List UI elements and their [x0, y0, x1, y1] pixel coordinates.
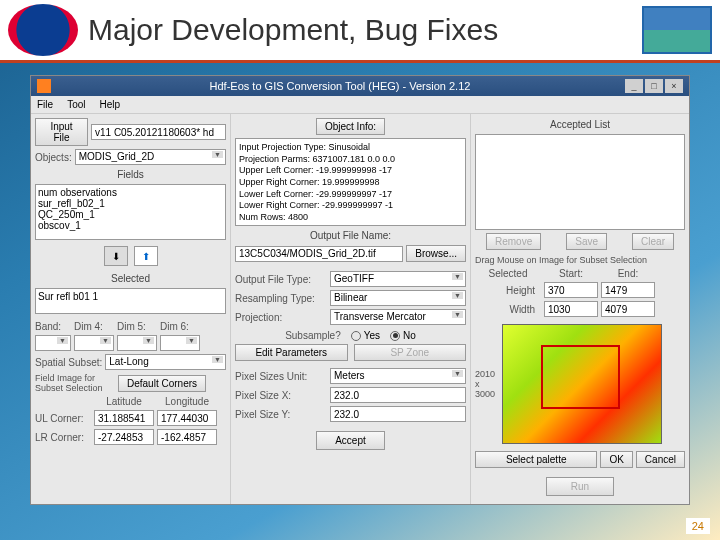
sp-zone-button: SP Zone [354, 344, 467, 361]
projection-label: Projection: [235, 312, 327, 323]
lr-lat-field[interactable] [94, 429, 154, 445]
dim5-label: Dim 5: [117, 321, 157, 332]
width-start-field[interactable] [544, 301, 598, 317]
dim6-select[interactable] [160, 335, 200, 351]
dim6-label: Dim 6: [160, 321, 200, 332]
selected-header: Selected [35, 272, 226, 285]
pixel-size-y-label: Pixel Size Y: [235, 409, 327, 420]
title-rule [0, 60, 720, 63]
ul-lon-field[interactable] [157, 410, 217, 426]
field-image-label: Field Image for Subset Selection [35, 373, 115, 393]
menu-tool[interactable]: Tool [67, 99, 85, 110]
height-end-field[interactable] [601, 282, 655, 298]
list-item[interactable]: obscov_1 [38, 220, 223, 231]
slide-header: Major Development, Bug Fixes [0, 0, 720, 60]
fields-header: Fields [35, 168, 226, 181]
height-start-field[interactable] [544, 282, 598, 298]
default-corners-button[interactable]: Default Corners [118, 375, 206, 392]
input-file-button[interactable]: Input File [35, 118, 88, 146]
app-icon [37, 79, 51, 93]
ok-button[interactable]: OK [600, 451, 632, 468]
dim4-select[interactable] [74, 335, 114, 351]
width-end-field[interactable] [601, 301, 655, 317]
page-number: 24 [686, 518, 710, 534]
output-file-type-select[interactable]: GeoTIFF [330, 271, 466, 287]
menubar: File Tool Help [31, 96, 689, 114]
projection-select[interactable]: Transverse Mercator [330, 309, 466, 325]
output-file-type-label: Output File Type: [235, 274, 327, 285]
ul-corner-label: UL Corner: [35, 413, 91, 424]
selected-list[interactable]: Sur refl b01 1 [35, 288, 226, 314]
radio-icon [390, 331, 400, 341]
dim5-select[interactable] [117, 335, 157, 351]
menu-file[interactable]: File [37, 99, 53, 110]
spatial-subset-label: Spatial Subset: [35, 357, 102, 368]
arrow-down-icon: ⬇ [112, 251, 120, 262]
subsample-label: Subsample? [285, 330, 341, 341]
list-item[interactable]: num observations [38, 187, 223, 198]
list-item[interactable]: QC_250m_1 [38, 209, 223, 220]
pixel-size-y-field[interactable] [330, 406, 466, 422]
nasa-logo [8, 4, 78, 56]
pixel-sizes-unit-select[interactable]: Meters [330, 368, 466, 384]
preview-image[interactable] [502, 324, 662, 444]
remove-button: Remove [486, 233, 541, 250]
titlebar: Hdf-Eos to GIS Conversion Tool (HEG) - V… [31, 76, 689, 96]
accept-button[interactable]: Accept [316, 431, 385, 450]
arrow-up-button[interactable]: ⬆ [134, 246, 158, 266]
band-select[interactable] [35, 335, 71, 351]
accepted-list[interactable] [475, 134, 685, 230]
pixel-sizes-unit-label: Pixel Sizes Unit: [235, 371, 327, 382]
pixel-size-x-field[interactable] [330, 387, 466, 403]
resampling-type-select[interactable]: Bilinear [330, 290, 466, 306]
dim4-label: Dim 4: [74, 321, 114, 332]
output-file-field[interactable] [235, 246, 403, 262]
end-col-header: End: [601, 268, 655, 279]
minimize-button[interactable]: _ [625, 79, 643, 93]
select-palette-button[interactable]: Select palette [475, 451, 597, 468]
edit-parameters-button[interactable]: Edit Parameters [235, 344, 348, 361]
eos-logo [642, 6, 712, 54]
radio-icon [351, 331, 361, 341]
close-button[interactable]: × [665, 79, 683, 93]
ul-lat-field[interactable] [94, 410, 154, 426]
output-file-header: Output File Name: [235, 229, 466, 242]
maximize-button[interactable]: □ [645, 79, 663, 93]
arrow-down-button[interactable]: ⬇ [104, 246, 128, 266]
fields-list[interactable]: num observations sur_refl_b02_1 QC_250m_… [35, 184, 226, 240]
cancel-button[interactable]: Cancel [636, 451, 685, 468]
objects-select[interactable]: MODIS_Grid_2D [75, 149, 226, 165]
width-label: Width [475, 304, 541, 315]
save-button: Save [566, 233, 607, 250]
run-button: Run [546, 477, 614, 496]
slide-title: Major Development, Bug Fixes [88, 13, 642, 47]
menu-help[interactable]: Help [99, 99, 120, 110]
subsample-yes-radio[interactable]: Yes [351, 330, 380, 341]
object-info-box: Input Projection Type: Sinusoidal Projec… [235, 138, 466, 226]
pixel-size-x-label: Pixel Size X: [235, 390, 327, 401]
height-label: Height [475, 285, 541, 296]
arrow-up-icon: ⬆ [142, 251, 150, 262]
accepted-list-header: Accepted List [475, 118, 685, 131]
latitude-header: Latitude [94, 396, 154, 407]
lr-corner-label: LR Corner: [35, 432, 91, 443]
drag-instruction: Drag Mouse on Image for Subset Selection [475, 255, 685, 265]
input-file-field[interactable] [91, 124, 226, 140]
longitude-header: Longitude [157, 396, 217, 407]
band-label: Band: [35, 321, 71, 332]
list-item[interactable]: Sur refl b01 1 [38, 291, 223, 302]
selected-col-header: Selected [475, 268, 541, 279]
object-info-button[interactable]: Object Info: [316, 118, 385, 135]
clear-button: Clear [632, 233, 674, 250]
lr-lon-field[interactable] [157, 429, 217, 445]
subsample-no-radio[interactable]: No [390, 330, 416, 341]
start-col-header: Start: [544, 268, 598, 279]
preview-dims: 2010 x 3000 [475, 369, 499, 399]
list-item[interactable]: sur_refl_b02_1 [38, 198, 223, 209]
app-window: Hdf-Eos to GIS Conversion Tool (HEG) - V… [30, 75, 690, 505]
spatial-subset-select[interactable]: Lat-Long [105, 354, 226, 370]
resampling-type-label: Resampling Type: [235, 293, 327, 304]
objects-label: Objects: [35, 152, 72, 163]
window-title: Hdf-Eos to GIS Conversion Tool (HEG) - V… [57, 80, 623, 92]
browse-button[interactable]: Browse... [406, 245, 466, 262]
